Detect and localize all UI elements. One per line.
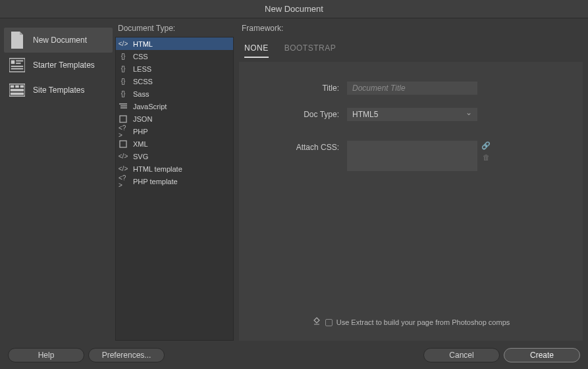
doctype-item-scss[interactable]: {} SCSS bbox=[116, 75, 233, 87]
window-title: New Document bbox=[265, 4, 323, 14]
doctype-label: JavaScript bbox=[133, 103, 167, 111]
braces-icon: {} bbox=[119, 90, 128, 97]
doctype-item-css[interactable]: {} CSS bbox=[116, 50, 233, 62]
doctype-label: LESS bbox=[133, 65, 151, 73]
doctype-item-svg[interactable]: </> SVG bbox=[116, 150, 233, 162]
braces-icon: {} bbox=[119, 53, 128, 60]
doctype-item-xml[interactable]: XML bbox=[116, 137, 233, 150]
site-icon bbox=[9, 82, 25, 98]
window-titlebar: New Document bbox=[0, 0, 588, 18]
doctype-label: Doc Type: bbox=[255, 108, 347, 119]
code-icon: </> bbox=[119, 40, 128, 47]
svg-rect-3 bbox=[16, 62, 20, 64]
templates-icon bbox=[9, 57, 25, 73]
extract-checkbox[interactable] bbox=[325, 319, 333, 326]
doctype-item-javascript[interactable]: JavaScript bbox=[116, 100, 233, 112]
framework-header: Framework: bbox=[239, 24, 583, 37]
svg-rect-12 bbox=[120, 116, 126, 122]
sidebar-item-label: Starter Templates bbox=[33, 61, 95, 70]
json-icon bbox=[119, 115, 128, 123]
doctype-label: Sass bbox=[133, 90, 149, 98]
document-icon bbox=[9, 32, 25, 48]
sidebar-item-site-templates[interactable]: Site Templates bbox=[4, 78, 113, 103]
framework-tabs: NONE BOOTSTRAP bbox=[239, 37, 583, 58]
svg-rect-2 bbox=[16, 61, 23, 62]
svg-rect-10 bbox=[11, 89, 24, 91]
link-css-icon[interactable]: 🔗 bbox=[481, 141, 491, 150]
doctype-item-html-template[interactable]: </> HTML template bbox=[116, 162, 233, 175]
help-button[interactable]: Help bbox=[8, 348, 84, 362]
sidebar-item-label: New Document bbox=[33, 36, 87, 45]
svg-rect-7 bbox=[11, 86, 14, 88]
doctype-label: XML bbox=[133, 140, 148, 148]
doctype-item-php-template[interactable]: <?> PHP template bbox=[116, 175, 233, 187]
cancel-button[interactable]: Cancel bbox=[423, 348, 500, 362]
braces-icon: {} bbox=[119, 78, 128, 85]
svg-rect-11 bbox=[11, 93, 24, 95]
title-input[interactable] bbox=[347, 82, 477, 95]
attach-css-list[interactable] bbox=[347, 141, 477, 171]
code-icon: </> bbox=[119, 153, 128, 160]
doctype-item-less[interactable]: {} LESS bbox=[116, 62, 233, 75]
svg-rect-4 bbox=[11, 66, 23, 67]
doctype-select[interactable]: HTML5 bbox=[347, 108, 477, 121]
extract-row: Use Extract to build your page from Phot… bbox=[239, 317, 583, 328]
title-label: Title: bbox=[255, 82, 347, 93]
extract-text: Use Extract to build your page from Phot… bbox=[336, 318, 510, 326]
create-button[interactable]: Create bbox=[504, 348, 580, 362]
code-icon: </> bbox=[119, 165, 128, 172]
doctype-label: CSS bbox=[133, 53, 148, 61]
document-type-list[interactable]: </> HTML {} CSS {} LESS {} SCSS {} Sass … bbox=[115, 37, 234, 341]
svg-rect-9 bbox=[20, 86, 24, 88]
delete-css-icon[interactable]: 🗑 bbox=[481, 153, 491, 162]
js-icon bbox=[119, 103, 128, 111]
doctype-label: PHP bbox=[133, 128, 148, 135]
framework-column: Framework: NONE BOOTSTRAP Title: Doc Typ… bbox=[234, 18, 588, 341]
braces-icon: {} bbox=[119, 65, 128, 72]
doctype-item-sass[interactable]: {} Sass bbox=[116, 87, 233, 100]
doctype-label: SCSS bbox=[133, 78, 153, 86]
form-panel: Title: Doc Type: HTML5 Attach CSS: 🔗 🗑 bbox=[239, 62, 583, 341]
document-type-column: Document Type: </> HTML {} CSS {} LESS {… bbox=[115, 18, 234, 341]
doctype-item-json[interactable]: JSON bbox=[116, 112, 233, 125]
attach-css-label: Attach CSS: bbox=[255, 141, 347, 152]
extract-icon bbox=[312, 317, 321, 328]
dialog-footer: Help Preferences... Cancel Create bbox=[0, 341, 588, 369]
doctype-label: SVG bbox=[133, 153, 148, 160]
svg-rect-13 bbox=[120, 141, 126, 147]
document-type-header: Document Type: bbox=[115, 24, 234, 37]
sidebar: New Document Starter Templates Site Temp… bbox=[0, 18, 115, 341]
php-icon: <?> bbox=[119, 174, 128, 189]
preferences-button[interactable]: Preferences... bbox=[88, 348, 165, 362]
tab-none[interactable]: NONE bbox=[244, 39, 269, 58]
tab-bootstrap[interactable]: BOOTSTRAP bbox=[284, 39, 336, 58]
doctype-label: HTML bbox=[133, 40, 153, 48]
svg-rect-5 bbox=[11, 68, 23, 70]
svg-rect-8 bbox=[15, 86, 19, 88]
svg-rect-1 bbox=[11, 61, 15, 64]
sidebar-item-new-document[interactable]: New Document bbox=[4, 28, 113, 53]
doctype-label: PHP template bbox=[133, 178, 178, 185]
xml-icon bbox=[119, 140, 128, 148]
sidebar-item-starter-templates[interactable]: Starter Templates bbox=[4, 53, 113, 78]
doctype-item-php[interactable]: <?> PHP bbox=[116, 125, 233, 137]
doctype-label: HTML template bbox=[133, 165, 182, 173]
doctype-item-html[interactable]: </> HTML bbox=[116, 37, 233, 50]
sidebar-item-label: Site Templates bbox=[33, 86, 85, 95]
php-icon: <?> bbox=[119, 124, 128, 139]
doctype-label: JSON bbox=[133, 115, 152, 123]
